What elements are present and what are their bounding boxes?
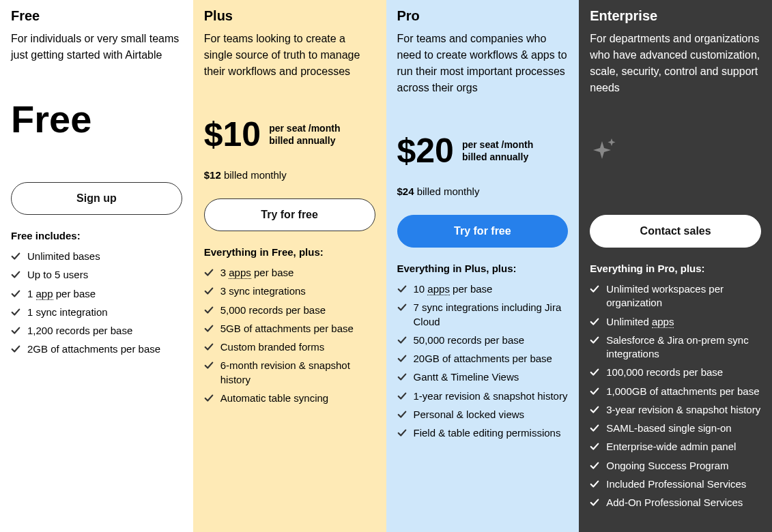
feature-text: 100,000 records per base bbox=[606, 366, 723, 379]
feature-text: Salesforce & Jira on-prem sync integrati… bbox=[606, 334, 761, 361]
feature-item: Unlimited bases bbox=[11, 250, 182, 263]
check-icon bbox=[11, 289, 20, 299]
feature-text: Unlimited apps bbox=[606, 315, 674, 329]
feature-item: Salesforce & Jira on-prem sync integrati… bbox=[590, 334, 761, 361]
features-list: 3 apps per base3 sync integrations5,000 … bbox=[204, 266, 375, 405]
check-icon bbox=[397, 391, 407, 401]
feature-item: 10 apps per base bbox=[397, 282, 569, 296]
check-icon bbox=[590, 405, 599, 415]
feature-item: Unlimited workspaces per organization bbox=[590, 282, 761, 310]
features-header: Everything in Free, plus: bbox=[204, 246, 375, 258]
check-icon bbox=[590, 336, 599, 345]
plan-name: Enterprise bbox=[590, 8, 761, 24]
plan-pro: Pro For teams and companies who need to … bbox=[386, 0, 580, 532]
check-icon bbox=[11, 270, 20, 280]
feature-item: Personal & locked views bbox=[397, 408, 569, 422]
check-icon bbox=[590, 284, 599, 294]
signup-button[interactable]: Sign up bbox=[11, 182, 182, 215]
plan-desc: For teams looking to create a single sou… bbox=[204, 31, 375, 80]
feature-item: Unlimited apps bbox=[590, 315, 761, 329]
features-list: Unlimited basesUp to 5 users1 app per ba… bbox=[11, 250, 182, 357]
features-header: Everything in Plus, plus: bbox=[397, 263, 569, 274]
feature-item: 7 sync integrations including Jira Cloud bbox=[397, 301, 569, 329]
check-icon bbox=[397, 336, 407, 345]
feature-text: Unlimited bases bbox=[27, 250, 100, 263]
plan-desc: For departments and organizations who ha… bbox=[590, 31, 761, 96]
feature-item: 6-month revision & snapshot history bbox=[204, 359, 375, 387]
try-free-button[interactable]: Try for free bbox=[204, 198, 375, 231]
plan-desc: For teams and companies who need to crea… bbox=[397, 31, 569, 96]
check-icon bbox=[590, 368, 599, 377]
features-header: Everything in Pro, plus: bbox=[590, 263, 761, 274]
feature-text: 3-year revision & snapshot history bbox=[606, 403, 760, 417]
check-icon bbox=[204, 342, 214, 352]
feature-text: 3 sync integrations bbox=[220, 284, 306, 298]
check-icon bbox=[397, 428, 407, 438]
feature-text: 1,200 records per base bbox=[27, 324, 132, 338]
feature-text: Ongoing Success Program bbox=[606, 459, 728, 473]
check-icon bbox=[397, 372, 407, 382]
feature-item: SAML-based single sign-on bbox=[590, 422, 761, 435]
plan-desc: For individuals or very small teams just… bbox=[11, 31, 182, 63]
check-icon bbox=[590, 387, 599, 396]
feature-text: Automatic table syncing bbox=[220, 391, 328, 405]
features-list: Unlimited workspaces per organizationUnl… bbox=[590, 282, 761, 509]
feature-text: 7 sync integrations including Jira Cloud bbox=[414, 301, 569, 329]
price-alt-rest: billed monthly bbox=[414, 186, 480, 197]
plan-name: Free bbox=[11, 8, 182, 24]
price-amount: $20 bbox=[397, 134, 454, 168]
feature-item: Enterprise-wide admin panel bbox=[590, 440, 761, 454]
feature-text: Gantt & Timeline Views bbox=[414, 370, 519, 384]
feature-item: 3 apps per base bbox=[204, 266, 375, 280]
plan-free: Free For individuals or very small teams… bbox=[0, 0, 193, 532]
price-label: Free bbox=[11, 100, 182, 138]
feature-item: 5GB of attachments per base bbox=[204, 322, 375, 336]
check-icon bbox=[397, 284, 407, 294]
feature-item: 3-year revision & snapshot history bbox=[590, 403, 761, 417]
check-icon bbox=[590, 461, 599, 471]
feature-item: Automatic table syncing bbox=[204, 391, 375, 405]
contact-sales-button[interactable]: Contact sales bbox=[590, 215, 761, 248]
feature-item: 3 sync integrations bbox=[204, 284, 375, 298]
feature-item: 2GB of attachments per base bbox=[11, 342, 182, 356]
price-area: $10 per seat /month billed annually $12 … bbox=[204, 85, 375, 186]
price-area: $20 per seat /month billed annually $24 … bbox=[397, 102, 569, 203]
feature-item: 1,200 records per base bbox=[11, 324, 182, 338]
sparkle-icon bbox=[590, 137, 761, 170]
feature-text: Field & table editing permissions bbox=[414, 426, 561, 440]
check-icon bbox=[204, 361, 214, 370]
feature-item: Field & table editing permissions bbox=[397, 426, 569, 440]
feature-item: 50,000 records per base bbox=[397, 334, 569, 347]
feature-text: 1,000GB of attachments per base bbox=[606, 385, 759, 398]
feature-item: Gantt & Timeline Views bbox=[397, 370, 569, 384]
feature-text: 10 apps per base bbox=[414, 282, 493, 296]
price-unit-line2: billed annually bbox=[269, 134, 340, 147]
feature-text: Personal & locked views bbox=[414, 408, 525, 422]
price-alt: $24 billed monthly bbox=[397, 186, 569, 197]
check-icon bbox=[590, 498, 599, 507]
check-icon bbox=[397, 303, 407, 312]
pricing-grid: Free For individuals or very small teams… bbox=[0, 0, 772, 532]
price-alt-rest: billed monthly bbox=[221, 169, 287, 181]
feature-item: Up to 5 users bbox=[11, 268, 182, 282]
feature-item: 1 app per base bbox=[11, 287, 182, 301]
price-unit: per seat /month billed annually bbox=[462, 138, 533, 163]
price-alt: $12 billed monthly bbox=[204, 169, 375, 181]
feature-text: 50,000 records per base bbox=[414, 334, 525, 347]
feature-text: Enterprise-wide admin panel bbox=[606, 440, 736, 454]
feature-text: Custom branded forms bbox=[220, 340, 325, 354]
check-icon bbox=[11, 326, 20, 336]
feature-item: Custom branded forms bbox=[204, 340, 375, 354]
check-icon bbox=[590, 442, 599, 452]
price-alt-amount: $24 bbox=[397, 186, 414, 197]
feature-text: Unlimited workspaces per organization bbox=[606, 282, 761, 310]
price-unit-line1: per seat /month bbox=[462, 138, 533, 151]
features-header: Free includes: bbox=[11, 230, 182, 241]
feature-text: 6-month revision & snapshot history bbox=[220, 359, 375, 387]
try-free-button[interactable]: Try for free bbox=[397, 215, 569, 248]
feature-item: Included Professional Services bbox=[590, 477, 761, 491]
check-icon bbox=[204, 394, 214, 403]
check-icon bbox=[397, 410, 407, 419]
check-icon bbox=[204, 306, 214, 315]
price-area bbox=[590, 102, 761, 203]
